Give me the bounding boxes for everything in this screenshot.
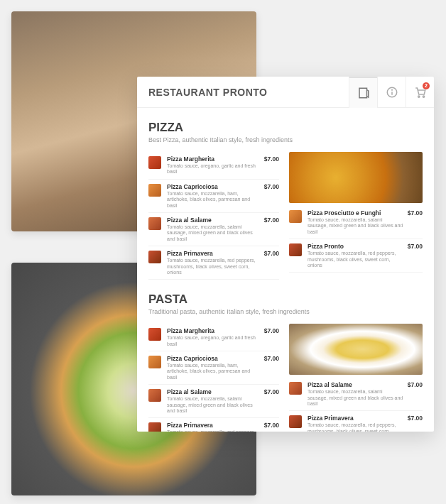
restaurant-menu-panel: RESTAURANT PRONTO 2 PIZZA Best Pizza, au…	[137, 77, 434, 432]
item-name: Pizza al Salame	[167, 388, 260, 395]
item-name: Pizza al Salame	[167, 217, 260, 224]
item-price: $7.00	[408, 243, 423, 250]
item-thumb	[148, 389, 161, 402]
item-desc: Tomato sauce, mozzarella, red peppers, m…	[167, 258, 260, 275]
menu-item[interactable]: Pizza ProntoTomato sauce, mozzarella, re…	[289, 239, 423, 273]
menu-item[interactable]: Pizza al SalameTomato sauce, mozzarella,…	[289, 378, 423, 411]
item-name: Pizza Capricciosa	[167, 355, 260, 362]
item-name: Pizza Prosciutto e Funghi	[308, 209, 403, 217]
menu-item[interactable]: Pizza MargheritaTomato sauce, oregano, g…	[148, 152, 279, 180]
menu-item[interactable]: Pizza PrimaveraTomato sauce, mozzarella,…	[289, 411, 423, 432]
svg-point-3	[391, 89, 392, 90]
svg-point-4	[418, 95, 419, 97]
item-thumb	[289, 415, 302, 428]
cart-button[interactable]: 2	[406, 77, 434, 108]
menu-view-button[interactable]	[349, 77, 377, 108]
pasta-feature-image	[289, 324, 423, 375]
pizza-feature-image	[289, 152, 423, 203]
item-thumb	[148, 328, 161, 341]
info-button[interactable]	[377, 77, 406, 108]
item-desc: Tomato sauce, mozzarella, salami sausage…	[167, 224, 260, 242]
item-price: $7.00	[264, 217, 279, 224]
svg-rect-0	[359, 88, 367, 98]
item-price: $7.00	[264, 250, 279, 257]
menu-item[interactable]: Pizza CapricciosaTomato sauce, mozzarell…	[148, 180, 279, 213]
item-desc: Tomato sauce, mozzarella, salami sausage…	[308, 217, 403, 235]
item-desc: Tomato sauce, mozzarella, red peppers, m…	[308, 422, 403, 432]
item-desc: Tomato sauce, mozzarella, salami sausage…	[167, 396, 260, 414]
menu-item[interactable]: Pizza al SalameTomato sauce, mozzarella,…	[148, 385, 279, 418]
item-price: $7.00	[264, 422, 279, 429]
panel-body: PIZZA Best Pizza, authentic Italian styl…	[137, 108, 434, 432]
item-name: Pizza Primavera	[167, 250, 260, 257]
item-price: $7.00	[408, 209, 423, 217]
item-name: Pizza Capricciosa	[167, 183, 260, 190]
section-pizza: PIZZA Best Pizza, authentic Italian styl…	[148, 121, 423, 280]
item-thumb	[148, 356, 161, 368]
item-name: Pizza Pronto	[308, 243, 403, 250]
item-name: Pizza Primavera	[308, 415, 403, 422]
section-title: PASTA	[148, 292, 423, 307]
item-desc: Tomato sauce, mozzarella, red peppers, m…	[167, 429, 260, 432]
menu-item[interactable]: Pizza PrimaveraTomato sauce, mozzarella,…	[148, 418, 279, 432]
item-name: Pizza Margherita	[167, 155, 260, 163]
menu-item[interactable]: Pizza Prosciutto e FunghiTomato sauce, m…	[289, 206, 423, 239]
item-name: Pizza al Salame	[308, 381, 403, 388]
item-thumb	[289, 243, 302, 256]
item-name: Pizza Primavera	[167, 422, 260, 429]
panel-header: RESTAURANT PRONTO 2	[137, 77, 434, 108]
svg-point-5	[423, 95, 424, 97]
item-thumb	[289, 382, 302, 395]
item-price: $7.00	[264, 388, 279, 395]
item-thumb	[148, 156, 161, 169]
item-thumb	[148, 422, 161, 432]
item-thumb	[148, 217, 161, 230]
menu-icon	[357, 87, 370, 99]
item-thumb	[148, 251, 161, 263]
cart-count-badge: 2	[423, 82, 430, 89]
section-subtitle: Best Pizza, authentic Italian style, fre…	[148, 136, 423, 143]
item-thumb	[289, 210, 302, 223]
item-thumb	[148, 184, 161, 197]
restaurant-title: RESTAURANT PRONTO	[137, 87, 349, 98]
section-title: PIZZA	[148, 121, 423, 135]
menu-item[interactable]: Pizza al SalameTomato sauce, mozzarella,…	[148, 213, 279, 246]
item-price: $7.00	[264, 183, 279, 190]
item-desc: Tomato sauce, mozzarella, red peppers, m…	[308, 251, 403, 268]
menu-item[interactable]: Pizza MargheritaTomato sauce, oregano, g…	[148, 324, 279, 351]
item-price: $7.00	[264, 355, 279, 362]
section-pasta: PASTA Traditional pasta, authentic Itali…	[148, 292, 423, 432]
info-icon	[386, 86, 398, 99]
item-desc: Tomato sauce, mozzarella, ham, artichoke…	[167, 191, 260, 209]
item-price: $7.00	[408, 381, 423, 388]
section-subtitle: Traditional pasta, authentic Italian sty…	[148, 308, 423, 315]
item-desc: Tomato sauce, oregano, garlic and fresh …	[167, 335, 260, 347]
menu-item[interactable]: Pizza CapricciosaTomato sauce, mozzarell…	[148, 351, 279, 385]
item-desc: Tomato sauce, mozzarella, salami sausage…	[308, 389, 403, 407]
item-price: $7.00	[264, 327, 279, 334]
item-desc: Tomato sauce, oregano, garlic and fresh …	[167, 163, 260, 175]
menu-item[interactable]: Pizza PrimaveraTomato sauce, mozzarella,…	[148, 246, 279, 280]
item-price: $7.00	[408, 415, 423, 422]
item-price: $7.00	[264, 155, 279, 163]
item-name: Pizza Margherita	[167, 327, 260, 334]
item-desc: Tomato sauce, mozzarella, ham, artichoke…	[167, 363, 260, 380]
